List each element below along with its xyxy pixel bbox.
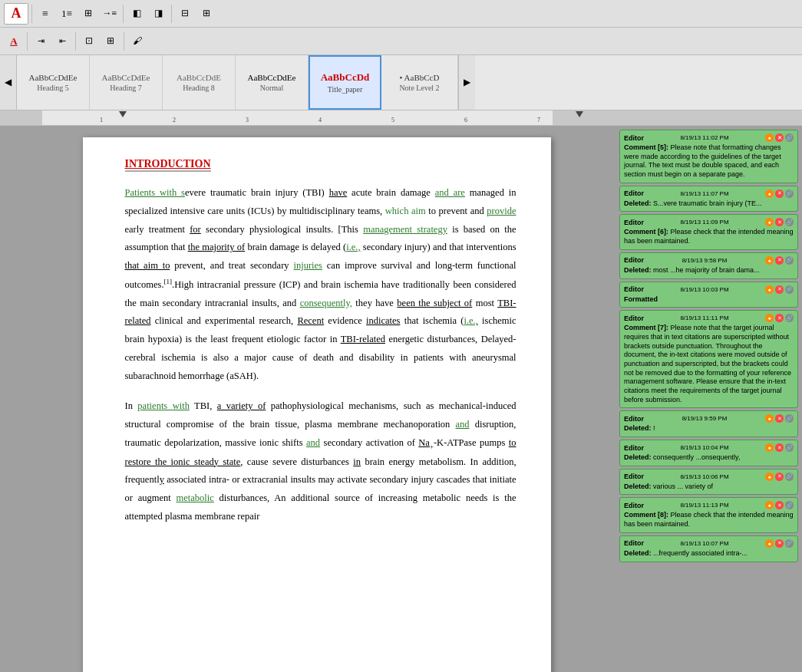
comment-c8-orange-icon[interactable]: ● — [765, 501, 774, 509]
comment-c6-author: Editor — [624, 219, 644, 226]
p1-have: have — [329, 187, 348, 198]
comment-d1-text: Deleted: S...vere traumatic brain injury… — [624, 199, 794, 209]
list-multi-btn[interactable]: ⊞ — [78, 4, 98, 24]
p1-injuries: injuries — [293, 260, 322, 271]
comment-c7-orange-icon[interactable]: ● — [765, 314, 774, 322]
style-preview-heading7: AaBbCcDdEe — [102, 73, 150, 82]
p2-katpase: -K-ATPase pumps — [434, 437, 509, 448]
p1-to-prevent: to prevent and — [426, 206, 487, 216]
p1-that-ischemia: that ischemia ( — [400, 315, 464, 326]
p1-recent: Recent — [297, 315, 324, 326]
style-item-heading5[interactable]: AaBbCcDdEe Heading 5 — [17, 55, 90, 110]
comment-d2-orange-icon[interactable]: ● — [765, 256, 774, 265]
style-item-normal[interactable]: AaBbCcDdEe Normal — [236, 55, 309, 110]
comment-d4-author: Editor — [624, 444, 644, 452]
comment-d2-close-icon[interactable]: ✕ — [775, 256, 784, 265]
comment-fmt1-text: Formatted — [624, 295, 794, 305]
p2-initiate: initiate — [490, 474, 517, 485]
align-left-btn[interactable]: ◧ — [127, 4, 147, 24]
font-A-button[interactable]: A — [4, 3, 28, 25]
comment-d3-orange-icon[interactable]: ● — [765, 414, 774, 423]
comment-c6-orange-icon[interactable]: ● — [765, 218, 774, 226]
comment-c8-link-icon[interactable]: 🔗 — [785, 501, 794, 509]
comment-d5-orange-icon[interactable]: ● — [765, 473, 774, 481]
p2-patho: pathophysiological mechanisms — [266, 400, 396, 411]
comment-d2-author: Editor — [624, 256, 644, 264]
style-label-note-level2: Note Level 2 — [399, 84, 439, 92]
comment-d1-close-icon[interactable]: ✕ — [775, 189, 784, 198]
columns-btn[interactable]: ⊟ — [175, 4, 195, 24]
p2-tbi: TBI, — [190, 400, 217, 411]
font-color-btn[interactable]: A — [4, 31, 24, 51]
ruler-indent-marker[interactable] — [119, 111, 127, 117]
style-label-heading8: Heading 8 — [183, 84, 214, 92]
comment-fmt1-orange-icon[interactable]: ● — [765, 285, 774, 294]
style-item-note-level2[interactable]: • AaBbCcD Note Level 2 — [381, 55, 458, 110]
comment-d3-close-icon[interactable]: ✕ — [775, 414, 784, 423]
comment-d2-link-icon[interactable]: 🔗 — [785, 256, 794, 265]
nav-left-btn[interactable]: ◀ — [0, 55, 17, 110]
comment-c5-close-icon[interactable]: ✕ — [775, 133, 784, 142]
p1-tbi2: TBI-related — [341, 334, 385, 344]
style-item-title-paper[interactable]: AaBbCcDd Title_paper — [309, 55, 381, 110]
p2-in: in — [353, 456, 361, 467]
comment-c7-link-icon[interactable]: 🔗 — [785, 314, 794, 322]
list-bullet-btn[interactable]: ≡ — [35, 4, 55, 24]
comment-d4-orange-icon[interactable]: ● — [765, 443, 774, 452]
comment-d4-link-icon[interactable]: 🔗 — [785, 443, 794, 452]
p1-clinical: clinical and experimental research — [151, 315, 292, 326]
list-number-btn[interactable]: 1≡ — [57, 4, 77, 24]
comment-d4-close-icon[interactable]: ✕ — [775, 443, 784, 452]
comment-fmt1-close-icon[interactable]: ✕ — [775, 285, 784, 294]
comment-d6-header: Editor 8/19/13 10:07 PM ● ✕ 🔗 — [624, 539, 794, 548]
p1-provide: provide — [487, 206, 516, 216]
table-btn[interactable]: ⊞ — [196, 4, 216, 24]
style-item-heading8[interactable]: AaBbCcDdE Heading 8 — [163, 55, 236, 110]
comment-c6-link-icon[interactable]: 🔗 — [785, 218, 794, 226]
comment-d4-icons: ● ✕ 🔗 — [765, 443, 794, 452]
p1-been-subject: been the subject of — [397, 298, 472, 308]
comment-d6-close-icon[interactable]: ✕ — [775, 539, 784, 548]
align-right-btn[interactable]: ◨ — [148, 4, 168, 24]
increase-indent-btn[interactable]: ⇥ — [31, 31, 51, 51]
comment-c6-close-icon[interactable]: ✕ — [775, 218, 784, 226]
decrease-indent-btn[interactable]: ⇤ — [52, 31, 72, 51]
indent-btn[interactable]: →≡ — [100, 4, 120, 24]
toolbar-separator2 — [123, 5, 124, 23]
toolbar-row2: A ⇥ ⇤ ⊡ ⊞ 🖌 — [0, 28, 802, 55]
comment-d1-link-icon[interactable]: 🔗 — [785, 189, 794, 198]
p1-indicates: indicates — [366, 315, 400, 326]
comment-d5-author: Editor — [624, 473, 644, 480]
toolbar-separator5 — [75, 32, 76, 51]
style-item-heading7[interactable]: AaBbCcDdEe Heading 7 — [90, 55, 163, 110]
comment-d6-orange-icon[interactable]: ● — [765, 539, 774, 548]
comment-c7-text: Comment [7]: Please note that the target… — [624, 324, 794, 404]
comment-c5-icons: ● ✕ 🔗 — [765, 133, 794, 142]
toolbar-row1: A ≡ 1≡ ⊞ →≡ ◧ ◨ ⊟ ⊞ — [0, 0, 802, 28]
comment-c8-close-icon[interactable]: ✕ — [775, 501, 784, 509]
comment-d2-header: Editor 8/19/13 9:58 PM ● ✕ 🔗 — [624, 256, 794, 265]
nav-right-btn[interactable]: ▶ — [458, 55, 475, 110]
comment-d3-link-icon[interactable]: 🔗 — [785, 414, 794, 423]
style-selector-btn[interactable]: ⊡ — [79, 31, 99, 51]
p1-majority: the majority of — [188, 242, 246, 252]
comment-c5-link-icon[interactable]: 🔗 — [785, 133, 794, 142]
text-color2-btn[interactable]: 🖌 — [127, 31, 147, 51]
comment-d1-orange-icon[interactable]: ● — [765, 189, 774, 198]
comment-c5-orange-icon[interactable]: ● — [765, 133, 774, 142]
comment-d5-link-icon[interactable]: 🔗 — [785, 473, 794, 481]
comment-d6-link-icon[interactable]: 🔗 — [785, 539, 794, 548]
ruler-tab-marker[interactable] — [576, 111, 583, 117]
comment-c7: Editor 8/19/13 11:11 PM ● ✕ 🔗 Comment [7… — [619, 310, 798, 408]
comment-d5-close-icon[interactable]: ✕ — [775, 473, 784, 481]
style-preview-normal: AaBbCcDdEe — [248, 73, 296, 82]
comment-c7-date: 8/19/13 11:11 PM — [680, 315, 728, 321]
ruler-mark-1: 1 — [100, 117, 103, 124]
comment-fmt1-link-icon[interactable]: 🔗 — [785, 285, 794, 294]
p1-early: early treatment — [125, 224, 190, 235]
p1-ie2: i.e., — [464, 315, 477, 326]
border-btn[interactable]: ⊞ — [101, 31, 120, 51]
comment-c7-close-icon[interactable]: ✕ — [775, 314, 784, 322]
p1-prevent-treat: prevent — [170, 260, 203, 271]
style-label-normal: Normal — [260, 84, 284, 92]
